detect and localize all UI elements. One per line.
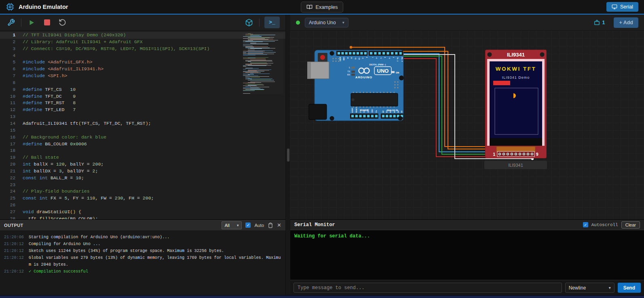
board-pin[interactable] xyxy=(360,52,363,55)
code-line[interactable]: 17#define BG_COLOR 0x0006 xyxy=(0,141,285,148)
chevron-down-icon: ▾ xyxy=(609,285,611,290)
code-editor[interactable]: 1// TFT ILI9341 Display Demo (240x320)2/… xyxy=(0,31,285,219)
code-line[interactable]: 14Adafruit_ILI9341 tft(TFT_CS, TFT_DC, T… xyxy=(0,120,285,127)
tft-display-module[interactable]: ILI9341 WOKWI TFT ILI9341 Demo 1 9 xyxy=(485,50,547,158)
board-pin[interactable] xyxy=(375,115,378,118)
package-icon xyxy=(594,19,600,25)
serial-message-input[interactable] xyxy=(293,283,562,293)
close-icon: ✕ xyxy=(277,222,281,228)
run-button[interactable] xyxy=(26,17,37,28)
board-pin[interactable] xyxy=(395,52,397,55)
analog-label: ANALOG IN xyxy=(386,109,398,111)
code-line[interactable]: 24// Play-field boundaries xyxy=(0,188,285,195)
code-line[interactable]: 25const int FX = 5, FY = 110, FW = 230, … xyxy=(0,195,285,202)
stop-button[interactable] xyxy=(42,17,52,28)
board-pin[interactable] xyxy=(345,52,348,55)
bottom-status-strip xyxy=(0,295,644,298)
part-tooltip-label: ILI9341 xyxy=(508,163,523,168)
board-pin[interactable] xyxy=(389,115,392,118)
clear-output-button[interactable] xyxy=(268,222,273,228)
send-button[interactable]: Send xyxy=(618,283,641,293)
mounting-hole xyxy=(330,51,334,56)
board-pin[interactable] xyxy=(357,52,359,55)
terminal-toggle-button[interactable]: >_ xyxy=(264,17,280,28)
code-line[interactable]: 21int ballDX = 3, ballDY = 2; xyxy=(0,168,285,175)
editor-scrollbar-thumb[interactable] xyxy=(287,149,289,162)
libraries-button[interactable] xyxy=(244,17,254,28)
reset-button-cap[interactable] xyxy=(320,55,325,60)
pin-label: 3.3V xyxy=(359,109,361,113)
code-line[interactable]: 27void drawStaticUI() { xyxy=(0,209,285,216)
board-pin[interactable] xyxy=(393,115,396,118)
restart-button[interactable] xyxy=(57,17,68,28)
code-line[interactable]: 18 xyxy=(0,147,285,154)
board-pin[interactable] xyxy=(387,52,389,55)
board-pin[interactable] xyxy=(359,115,362,118)
close-output-button[interactable]: ✕ xyxy=(277,222,281,228)
mounting-hole xyxy=(330,116,334,121)
board-pin[interactable] xyxy=(351,115,354,118)
board-pin[interactable] xyxy=(391,52,393,55)
simulation-pane: Arduino Uno ▾ 1 + Add xyxy=(290,15,644,295)
board-pin[interactable] xyxy=(355,115,358,118)
book-icon xyxy=(306,4,312,10)
build-button[interactable] xyxy=(6,17,16,28)
simulation-canvas[interactable]: AREFGND1312~11~10~987~6~54~32TX→1RX←0 DI… xyxy=(290,31,644,219)
tft-connector xyxy=(496,147,535,152)
minimap[interactable] xyxy=(243,34,283,94)
part-tooltip: ILI9341 xyxy=(484,161,547,169)
board-pin[interactable] xyxy=(399,52,402,55)
board-select[interactable]: Arduino Uno ▾ xyxy=(305,18,348,27)
wire-endpoint[interactable] xyxy=(350,46,352,48)
board-pin[interactable] xyxy=(386,115,388,118)
output-filter-select[interactable]: All ▾ xyxy=(222,221,242,229)
board-pin[interactable] xyxy=(382,115,384,118)
log-line: 21:20:12Global variables use 279 bytes (… xyxy=(4,255,281,269)
board-pin[interactable] xyxy=(363,115,365,118)
code-line[interactable]: 11#define TFT_RST 8 xyxy=(0,100,285,107)
toolbar-separator xyxy=(21,19,21,27)
serial-toggle-button[interactable]: Serial xyxy=(606,2,638,12)
board-pin[interactable] xyxy=(371,115,374,118)
add-part-label: + Add xyxy=(619,20,633,25)
editor-toolbar: >_ xyxy=(0,15,285,31)
autoscroll-checkbox[interactable]: ✓ xyxy=(583,222,588,227)
board-pin[interactable] xyxy=(367,115,370,118)
board-pin[interactable] xyxy=(364,52,367,55)
add-part-button[interactable]: + Add xyxy=(614,17,638,28)
code-line[interactable]: 19// Ball state xyxy=(0,154,285,161)
board-pin[interactable] xyxy=(378,52,381,55)
board-pin[interactable] xyxy=(353,52,355,55)
newline-select[interactable]: Newline ▾ xyxy=(565,283,614,293)
led-rx xyxy=(351,74,355,76)
code-line[interactable]: 22const int BALL_R = 10; xyxy=(0,175,285,182)
pin-label: ~9 xyxy=(362,57,364,59)
board-pin[interactable] xyxy=(382,52,385,55)
code-line[interactable]: 13 xyxy=(0,113,285,120)
code-line[interactable]: 10#define TFT_DC 9 xyxy=(0,93,285,100)
board-pin[interactable] xyxy=(338,52,340,55)
code-line[interactable]: 16// Background color: dark blue xyxy=(0,134,285,141)
examples-label: Examples xyxy=(316,4,338,10)
pin-label: AREF xyxy=(339,57,341,61)
code-line[interactable]: 28 tft.fillScreen(BG_COLOR); xyxy=(0,216,285,219)
pin-label: GND xyxy=(367,109,369,113)
code-line[interactable]: 26 xyxy=(0,202,285,209)
code-line[interactable]: 12#define TFT_LED 7 xyxy=(0,107,285,113)
board-select-value: Arduino Uno xyxy=(309,20,336,25)
board-pin[interactable] xyxy=(349,52,351,55)
cube-icon xyxy=(245,19,253,27)
board-pin[interactable] xyxy=(341,52,344,55)
arduino-board[interactable]: AREFGND1312~11~10~987~6~54~32TX→1RX←0 DI… xyxy=(307,50,405,122)
clear-serial-button[interactable]: Clear xyxy=(621,221,640,229)
board-pin[interactable] xyxy=(374,52,376,55)
code-line[interactable]: 15 xyxy=(0,127,285,134)
code-line[interactable]: 20int ballX = 120, ballY = 200; xyxy=(0,161,285,168)
examples-button[interactable]: Examples xyxy=(301,2,344,13)
panel-divider[interactable] xyxy=(285,15,290,295)
brand-label: ARDUINO xyxy=(355,76,372,79)
chip-logo-icon xyxy=(6,2,15,11)
board-pin[interactable] xyxy=(370,52,372,55)
auto-checkbox[interactable]: ✓ xyxy=(245,222,251,228)
code-line[interactable]: 23 xyxy=(0,182,285,189)
